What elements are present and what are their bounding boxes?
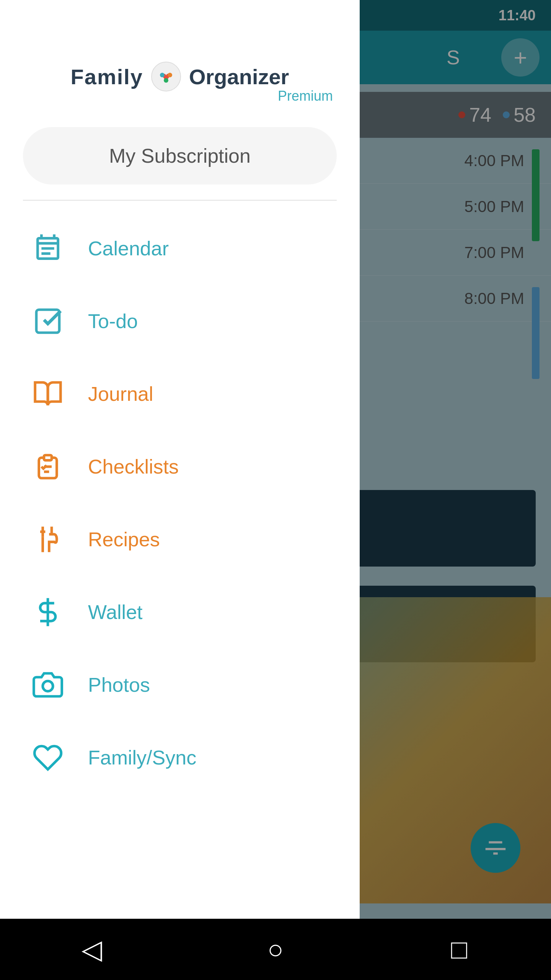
sidebar-item-todo[interactable]: To-do	[0, 285, 360, 358]
recent-apps-icon: □	[451, 934, 467, 965]
svg-rect-6	[44, 455, 52, 460]
family-sync-label: Family/Sync	[88, 746, 196, 769]
logo-family-text: Family	[71, 64, 143, 89]
subscription-label: My Subscription	[109, 145, 251, 167]
book-icon	[31, 377, 65, 411]
svg-point-3	[168, 73, 172, 77]
sidebar-item-checklists[interactable]: Checklists	[0, 430, 360, 503]
sidebar-item-calendar[interactable]: Calendar	[0, 212, 360, 285]
logo-area: Family ♥ Organizer Premium	[0, 0, 360, 119]
svg-point-2	[160, 73, 165, 77]
home-button[interactable]: ○	[253, 926, 298, 972]
sidebar-item-family-sync[interactable]: Family/Sync	[0, 721, 360, 794]
home-icon: ○	[267, 934, 284, 965]
fork-knife-icon	[31, 522, 65, 557]
dollar-icon	[31, 595, 65, 629]
menu-items-list: Calendar To-do Journal	[0, 201, 360, 980]
clipboard-icon	[31, 449, 65, 484]
checklists-label: Checklists	[88, 455, 179, 478]
journal-label: Journal	[88, 382, 153, 405]
camera-icon	[31, 668, 65, 702]
sidebar-item-recipes[interactable]: Recipes	[0, 503, 360, 576]
logo-container: Family ♥ Organizer	[71, 61, 289, 92]
wallet-label: Wallet	[88, 601, 143, 624]
back-icon: ◁	[82, 934, 102, 965]
svg-point-4	[164, 78, 168, 83]
sidebar-item-journal[interactable]: Journal	[0, 358, 360, 430]
calendar-label: Calendar	[88, 237, 169, 260]
logo-organizer-text: Organizer	[189, 64, 289, 89]
recipes-label: Recipes	[88, 528, 160, 551]
recent-apps-button[interactable]: □	[436, 926, 482, 972]
calendar-icon	[31, 231, 65, 266]
subscription-button[interactable]: My Subscription	[23, 127, 337, 185]
navigation-bar: ◁ ○ □	[0, 919, 551, 980]
svg-rect-5	[36, 310, 59, 333]
todo-label: To-do	[88, 310, 138, 333]
checkbox-icon	[31, 304, 65, 338]
back-button[interactable]: ◁	[69, 926, 115, 972]
sidebar-item-photos[interactable]: Photos	[0, 648, 360, 721]
photos-label: Photos	[88, 673, 150, 696]
logo-premium-label: Premium	[278, 88, 333, 104]
heart-icon	[31, 740, 65, 775]
svg-point-14	[43, 681, 53, 691]
logo-heart-icon: ♥	[151, 61, 181, 92]
side-drawer: Family ♥ Organizer Premium My Subscripti…	[0, 0, 360, 980]
sidebar-item-wallet[interactable]: Wallet	[0, 576, 360, 648]
